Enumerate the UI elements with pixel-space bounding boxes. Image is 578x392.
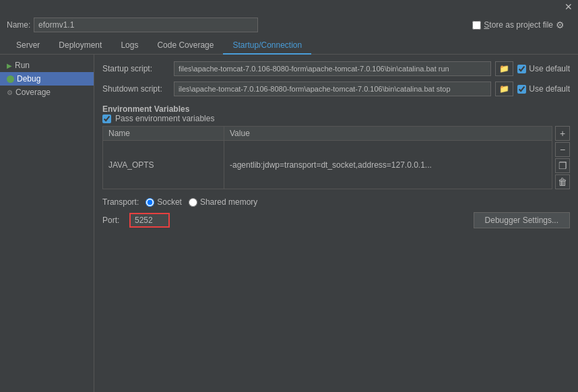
coverage-icon: ⚙ <box>7 89 13 96</box>
env-table: Name Value JAVA_OPTS -agentlib:jdwp=tran… <box>102 126 552 189</box>
gear-icon[interactable]: ⚙ <box>556 20 565 30</box>
port-input[interactable] <box>129 213 170 228</box>
tab-logs[interactable]: Logs <box>111 37 148 55</box>
shutdown-script-input[interactable] <box>174 81 491 96</box>
tab-code-coverage[interactable]: Code Coverage <box>148 37 223 55</box>
transport-row: Transport: Socket Shared memory <box>102 197 570 207</box>
env-name-cell: JAVA_OPTS <box>103 141 224 189</box>
transport-shared-memory-option[interactable]: Shared memory <box>189 197 257 207</box>
port-row: Port: Debugger Settings... <box>102 212 570 228</box>
run-debug-config-dialog: ✕ Name: Store as project file ⚙ Server D… <box>0 0 578 392</box>
tree-item-debug[interactable]: Debug <box>0 72 94 86</box>
name-row: Name: Store as project file ⚙ <box>0 13 578 36</box>
shutdown-folder-button[interactable]: 📁 <box>495 81 513 96</box>
transport-label: Transport: <box>102 197 139 207</box>
env-table-container: Name Value JAVA_OPTS -agentlib:jdwp=tran… <box>102 126 570 189</box>
shutdown-script-label: Shutdown script: <box>102 84 170 94</box>
env-sidebar-buttons: + − ❐ 🗑 <box>555 126 570 189</box>
table-row[interactable]: JAVA_OPTS -agentlib:jdwp=transport=dt_so… <box>103 141 552 189</box>
port-label: Port: <box>102 216 123 225</box>
debugger-settings-button[interactable]: Debugger Settings... <box>474 212 570 228</box>
tabs-bar: Server Deployment Logs Code Coverage Sta… <box>0 36 578 55</box>
run-arrow-icon: ▶ <box>7 62 12 69</box>
right-panel: Startup script: 📁 Use default Shutdown s… <box>94 55 578 392</box>
tab-deployment[interactable]: Deployment <box>49 37 111 55</box>
startup-script-input[interactable] <box>174 61 491 76</box>
startup-use-default-checkbox[interactable] <box>517 65 526 73</box>
transport-socket-option[interactable]: Socket <box>146 197 182 207</box>
debug-circle-icon <box>7 75 14 83</box>
store-label: Store as project file <box>484 20 553 30</box>
pass-env-checkbox[interactable] <box>102 115 111 123</box>
transport-socket-label: Socket <box>157 197 182 207</box>
tree-item-coverage[interactable]: ⚙ Coverage <box>0 86 94 99</box>
pass-env-label: Pass environment variables <box>115 114 214 123</box>
store-checkbox[interactable] <box>472 21 481 30</box>
env-col-value: Value <box>224 127 552 141</box>
shutdown-use-default-label: Use default <box>529 84 570 94</box>
env-value-cell: -agentlib:jdwp=transport=dt_socket,addre… <box>224 141 552 189</box>
content-area: ▶ Run Debug ⚙ Coverage Startup script: 📁 <box>0 55 578 392</box>
env-delete-button[interactable]: 🗑 <box>555 174 570 189</box>
startup-script-label: Startup script: <box>102 64 170 73</box>
close-button[interactable]: ✕ <box>562 1 575 12</box>
startup-folder-button[interactable]: 📁 <box>495 61 513 76</box>
startup-use-default-row: Use default <box>517 64 570 73</box>
env-section-title: Environment Variables <box>102 104 570 114</box>
shutdown-use-default-checkbox[interactable] <box>517 85 526 94</box>
tab-server[interactable]: Server <box>7 37 49 55</box>
env-add-button[interactable]: + <box>555 126 570 141</box>
transport-shared-memory-radio[interactable] <box>189 198 197 207</box>
pass-env-row: Pass environment variables <box>102 114 570 123</box>
left-panel: ▶ Run Debug ⚙ Coverage <box>0 55 94 392</box>
env-col-name: Name <box>103 127 224 141</box>
shutdown-script-row: Shutdown script: 📁 Use default <box>102 81 570 96</box>
name-input[interactable] <box>34 18 258 32</box>
env-variables-section: Environment Variables Pass environment v… <box>102 102 570 189</box>
tree-item-run-label: Run <box>15 61 30 70</box>
tree-item-debug-label: Debug <box>17 74 40 84</box>
env-copy-button[interactable]: ❐ <box>555 158 570 173</box>
transport-shared-memory-label: Shared memory <box>200 197 257 207</box>
name-label: Name: <box>7 20 34 30</box>
store-row: Store as project file ⚙ <box>472 20 571 30</box>
startup-script-row: Startup script: 📁 Use default <box>102 61 570 76</box>
shutdown-use-default-row: Use default <box>517 84 570 94</box>
title-bar: ✕ <box>0 0 578 13</box>
tree-item-run[interactable]: ▶ Run <box>0 59 94 72</box>
tab-startup-connection[interactable]: Startup/Connection <box>223 37 311 55</box>
env-remove-button[interactable]: − <box>555 142 570 157</box>
startup-use-default-label: Use default <box>529 64 570 73</box>
transport-socket-radio[interactable] <box>146 198 154 207</box>
tree-item-coverage-label: Coverage <box>15 88 51 97</box>
